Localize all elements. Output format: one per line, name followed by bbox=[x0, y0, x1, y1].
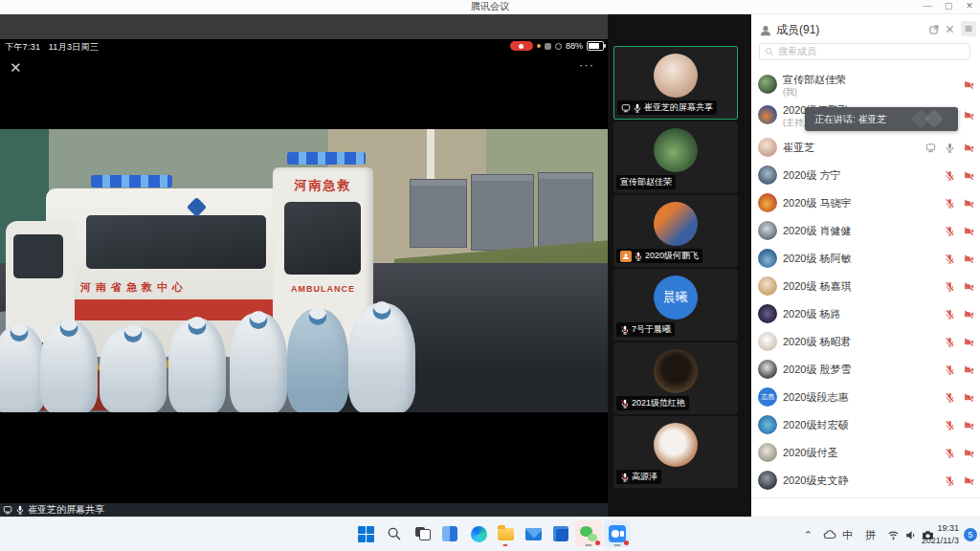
mic-off-icon[interactable] bbox=[945, 281, 955, 292]
mic-off-icon[interactable] bbox=[945, 364, 955, 375]
mic-off-icon[interactable] bbox=[945, 253, 955, 264]
avatar bbox=[654, 54, 698, 98]
member-row[interactable]: 2020级付圣 bbox=[751, 439, 980, 467]
mic-off-icon[interactable] bbox=[945, 309, 955, 320]
member-row[interactable]: 2020级 肖健健 bbox=[751, 217, 980, 245]
share-close-icon[interactable]: ✕ bbox=[10, 59, 22, 77]
member-row[interactable]: 2020级 马骁宇 bbox=[751, 189, 980, 217]
mic-off-icon bbox=[634, 252, 643, 261]
close-button[interactable]: ✕ bbox=[959, 0, 980, 13]
member-row[interactable]: 宣传部赵佳荣 (我) bbox=[751, 71, 980, 99]
minimize-button[interactable]: — bbox=[917, 0, 938, 13]
thumbnail-hepengfei[interactable]: 2020级何鹏飞 bbox=[613, 195, 738, 267]
camera-off-icon[interactable] bbox=[964, 143, 974, 153]
wifi-button[interactable] bbox=[887, 518, 900, 551]
member-row[interactable]: 2020级 方宁 bbox=[751, 162, 980, 189]
volume-button[interactable] bbox=[904, 518, 917, 551]
thumbnail-fanhongyan[interactable]: 2021级范红艳 bbox=[613, 342, 738, 414]
thumbnail-label: 宣传部赵佳荣 bbox=[620, 176, 672, 188]
avatar bbox=[758, 332, 777, 351]
mic-off-icon[interactable] bbox=[945, 392, 955, 403]
members-title: 成员(91) bbox=[776, 22, 819, 38]
ime-mode-label: 拼 bbox=[865, 528, 876, 542]
tray-cloud[interactable] bbox=[823, 518, 836, 551]
host-badge-icon bbox=[620, 251, 632, 262]
member-name: 2020级封宏硕 bbox=[783, 418, 848, 432]
member-row[interactable]: 2020级封宏硕 bbox=[751, 411, 980, 439]
mail-button[interactable] bbox=[520, 520, 546, 547]
ime-mode-button[interactable]: 拼 bbox=[860, 518, 880, 551]
camera-off-icon[interactable] bbox=[964, 198, 974, 209]
avatar bbox=[758, 443, 777, 462]
panel-menu-button[interactable] bbox=[961, 21, 976, 36]
member-row[interactable]: 2020级 杨嘉琪 bbox=[751, 273, 980, 300]
share-bottom-bar: 崔亚芝的屏幕共享 bbox=[0, 503, 608, 517]
mic-off-icon[interactable] bbox=[945, 226, 955, 236]
start-button[interactable] bbox=[352, 520, 379, 547]
camera-off-icon[interactable] bbox=[964, 475, 974, 486]
member-search-input[interactable]: 搜索成员 bbox=[759, 43, 970, 60]
widgets-icon bbox=[442, 526, 457, 541]
utility-box bbox=[471, 174, 534, 251]
avatar: 志惠 bbox=[758, 387, 777, 407]
wechat-button[interactable] bbox=[575, 520, 602, 547]
mic-off-icon[interactable] bbox=[945, 475, 955, 486]
task-view-button[interactable] bbox=[410, 520, 436, 547]
speaker-icon bbox=[904, 529, 917, 541]
mic-off-icon[interactable] bbox=[945, 198, 955, 209]
thumbnail-zhaojiarong[interactable]: 宣传部赵佳荣 bbox=[613, 121, 738, 193]
member-row[interactable]: 2020级 杨路 bbox=[751, 300, 980, 328]
camera-off-icon[interactable] bbox=[964, 420, 974, 430]
camera-off-icon[interactable] bbox=[964, 170, 974, 181]
tray-chevron[interactable]: ⌃ bbox=[799, 518, 817, 551]
edge-icon bbox=[471, 526, 487, 542]
taskbar-search-button[interactable] bbox=[381, 520, 408, 547]
camera-off-icon[interactable] bbox=[964, 309, 974, 320]
share-more-icon[interactable]: ··· bbox=[579, 57, 594, 72]
panel-close-icon[interactable] bbox=[945, 24, 955, 34]
clock[interactable]: 19:31 2021/11/3 bbox=[922, 522, 959, 547]
thumbnail-yuchenxi[interactable]: 晨曦 7号于晨曦 bbox=[613, 269, 738, 341]
thumbnail-gaoyuanze[interactable]: 高源泽 bbox=[613, 416, 738, 488]
ambulance-windshield bbox=[13, 234, 63, 278]
blue-app-button[interactable] bbox=[547, 520, 574, 547]
mic-off-icon[interactable] bbox=[945, 448, 955, 458]
camera-off-icon[interactable] bbox=[964, 226, 974, 236]
headphones-icon bbox=[555, 43, 562, 50]
mic-off-icon[interactable] bbox=[945, 170, 955, 181]
avatar: 晨曦 bbox=[654, 276, 698, 320]
ambulance-rear-window bbox=[284, 202, 361, 275]
notification-badge[interactable]: 5 bbox=[964, 528, 977, 541]
file-explorer-button[interactable] bbox=[492, 520, 519, 547]
camera-off-icon[interactable] bbox=[964, 392, 974, 403]
member-row[interactable]: 志惠 2020级段志惠 bbox=[751, 384, 980, 411]
popout-icon[interactable] bbox=[928, 24, 940, 35]
member-row[interactable]: 2020级 杨昭君 bbox=[751, 328, 980, 356]
avatar bbox=[654, 423, 698, 467]
widgets-button[interactable] bbox=[436, 520, 463, 547]
camera-off-icon[interactable] bbox=[964, 448, 974, 458]
avatar bbox=[758, 221, 777, 240]
member-row[interactable]: 2020级 殷梦雪 bbox=[751, 356, 980, 384]
medic-figure bbox=[348, 303, 415, 412]
camera-off-icon[interactable] bbox=[964, 337, 974, 347]
mic-off-icon[interactable] bbox=[945, 337, 955, 347]
thumbnail-cuiyazhi-share[interactable]: 崔亚芝的屏幕共享 bbox=[613, 46, 738, 120]
search-icon bbox=[387, 526, 402, 541]
camera-off-icon[interactable] bbox=[964, 79, 974, 90]
member-row[interactable]: 崔亚芝 bbox=[751, 134, 980, 162]
tencent-meeting-button[interactable] bbox=[604, 520, 631, 547]
member-row[interactable]: 2020级 杨阿敏 bbox=[751, 245, 980, 273]
camera-off-icon[interactable] bbox=[964, 253, 974, 264]
camera-off-icon[interactable] bbox=[964, 110, 974, 121]
edge-button[interactable] bbox=[465, 520, 492, 547]
member-row[interactable]: 2020级史文静 bbox=[751, 467, 980, 495]
mic-off-icon[interactable] bbox=[945, 420, 955, 430]
camera-off-icon[interactable] bbox=[964, 364, 974, 375]
member-sub: (我) bbox=[783, 86, 797, 99]
mic-on-icon[interactable] bbox=[945, 143, 955, 153]
list-divider bbox=[751, 497, 980, 498]
ime-language-button[interactable]: 中 bbox=[837, 518, 858, 551]
camera-off-icon[interactable] bbox=[964, 281, 974, 292]
maximize-button[interactable]: ▢ bbox=[938, 0, 959, 13]
